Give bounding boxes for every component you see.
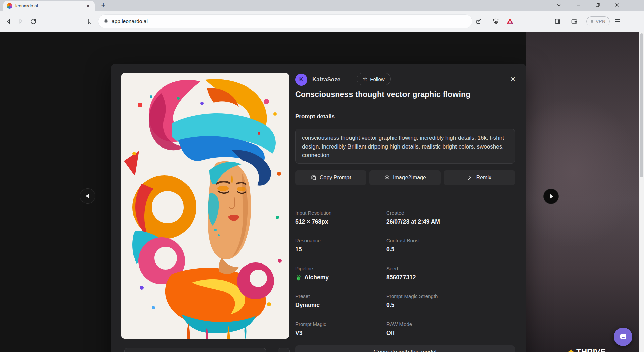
new-tab-button[interactable]: +: [99, 1, 108, 10]
copy-prompt-button[interactable]: Copy Prompt: [295, 170, 366, 185]
window-close-button[interactable]: [607, 0, 627, 10]
detail-preset: Preset Dynamic: [295, 293, 386, 309]
browser-tab-leonardo[interactable]: leonardo.ai ✕: [3, 1, 95, 11]
forward-button[interactable]: [15, 15, 27, 27]
vpn-label: VPN: [596, 19, 605, 24]
back-button[interactable]: [3, 15, 15, 27]
tab-title: leonardo.ai: [15, 3, 85, 8]
window-minimize-button[interactable]: [569, 0, 588, 10]
author-avatar[interactable]: K: [295, 74, 307, 86]
detail-label: Resonance: [295, 238, 386, 243]
action-buttons-row: Copy Prompt Image2Image Remix: [295, 170, 515, 185]
reload-button[interactable]: [27, 15, 39, 27]
vpn-status-dot: [591, 20, 593, 23]
detail-prompt-magic: Prompt Magic V3: [295, 321, 386, 337]
detail-value: 512 × 768px: [295, 218, 386, 225]
page-scrollbar[interactable]: [639, 32, 644, 352]
vpn-badge[interactable]: VPN: [586, 16, 610, 26]
detail-value: 856077312: [386, 274, 515, 281]
thumbnail-partial[interactable]: [278, 348, 290, 352]
page-content: K KaizaSoze ☆ Follow ✕ Consciousness tho…: [0, 32, 644, 352]
generated-image[interactable]: [121, 73, 289, 339]
prompt-details-heading: Prompt details: [295, 113, 335, 120]
detail-input-resolution: Input Resolution 512 × 768px: [295, 210, 386, 225]
support-chat-button[interactable]: [614, 328, 632, 346]
image-detail-modal: K KaizaSoze ☆ Follow ✕ Consciousness tho…: [111, 64, 526, 352]
address-bar[interactable]: app.leonardo.ai: [98, 14, 472, 28]
window-restore-button[interactable]: [588, 0, 607, 10]
image2image-button[interactable]: Image2Image: [369, 170, 440, 185]
divider: [295, 107, 515, 107]
copy-icon: [311, 175, 317, 181]
share-icon[interactable]: [473, 15, 485, 27]
star-icon: ☆: [363, 76, 367, 82]
detail-label: Preset: [295, 293, 386, 299]
flask-icon: [295, 274, 302, 281]
sidebar-panel-icon[interactable]: [552, 15, 564, 27]
follow-button[interactable]: ☆ Follow: [357, 73, 391, 85]
detail-value: Alchemy: [295, 274, 386, 281]
brave-rewards-triangle-icon[interactable]: [504, 15, 516, 27]
previous-image-button[interactable]: [80, 188, 95, 204]
layers-icon: [384, 175, 390, 181]
scrollbar-thumb[interactable]: [640, 33, 643, 177]
detail-value: Off: [386, 330, 515, 337]
tab-search-chevron-icon[interactable]: [549, 0, 569, 10]
remix-wand-icon: [467, 175, 473, 181]
detail-value: V3: [295, 330, 386, 337]
brave-shield-icon[interactable]: [490, 15, 502, 27]
copy-prompt-label: Copy Prompt: [320, 175, 351, 181]
detail-created: Created 26/07/23 at 2:49 AM: [386, 210, 515, 225]
detail-contrast-boost: Contrast Boost 0.5: [386, 238, 515, 253]
detail-resonance: Resonance 15: [295, 238, 386, 253]
detail-label: Created: [386, 210, 515, 216]
wallet-icon[interactable]: [568, 15, 580, 27]
chevron-left-icon: [86, 194, 89, 198]
browser-window: leonardo.ai ✕ +: [0, 0, 644, 352]
next-image-button[interactable]: [543, 189, 559, 204]
author-name[interactable]: KaizaSoze: [312, 76, 340, 83]
detail-prompt-magic-strength: Prompt Magic Strength 0.5: [386, 293, 515, 309]
sparkle-icon: ✦: [568, 347, 574, 352]
tab-close-icon[interactable]: ✕: [85, 3, 91, 9]
detail-value: 26/07/23 at 2:49 AM: [386, 218, 515, 225]
watermark-text: THRIVE: [576, 347, 606, 352]
menu-hamburger-icon[interactable]: [611, 15, 623, 27]
browser-toolbar: app.leonardo.ai VPN: [0, 11, 644, 32]
detail-value: 0.5: [386, 246, 515, 253]
detail-value: 15: [295, 246, 386, 253]
thumbnail-strip-partial[interactable]: [124, 348, 266, 352]
window-controls: [549, 0, 627, 11]
avatar-initial: K: [299, 76, 303, 83]
detail-label: Prompt Magic Strength: [386, 293, 515, 299]
url-text[interactable]: app.leonardo.ai: [112, 18, 148, 24]
detail-label: Seed: [386, 266, 515, 271]
follow-label: Follow: [370, 76, 384, 82]
generate-with-model-button[interactable]: Generate with this model: [295, 345, 515, 352]
browser-tab-strip: leonardo.ai ✕ +: [0, 0, 644, 11]
chat-icon: [619, 332, 628, 342]
prompt-text-box: consciousness thought vector graphic flo…: [295, 129, 515, 164]
detail-label: Input Resolution: [295, 210, 386, 216]
leonardo-favicon-icon: [7, 3, 12, 9]
bookmark-icon[interactable]: [84, 15, 96, 27]
detail-raw-mode: RAW Mode Off: [386, 321, 515, 337]
remix-label: Remix: [476, 175, 491, 181]
image2image-label: Image2Image: [393, 175, 426, 181]
detail-label: Prompt Magic: [295, 321, 386, 327]
remix-button[interactable]: Remix: [444, 170, 515, 185]
modal-close-icon[interactable]: ✕: [508, 74, 518, 84]
pipeline-value: Alchemy: [304, 274, 329, 281]
detail-value: 0.5: [386, 302, 515, 309]
detail-label: Pipeline: [295, 266, 386, 271]
toolbar-divider: [487, 18, 487, 25]
chevron-right-icon: [550, 194, 553, 199]
detail-value: Dynamic: [295, 302, 386, 309]
detail-seed: Seed 856077312: [386, 266, 515, 281]
generation-details-grid: Input Resolution 512 × 768px Created 26/…: [295, 210, 515, 337]
image-title: Consciousness thought vector graphic flo…: [295, 90, 517, 99]
blurred-backdrop: [526, 32, 639, 352]
detail-label: Contrast Boost: [386, 238, 515, 243]
artwork-illustration: [121, 73, 289, 339]
lock-icon[interactable]: [103, 18, 109, 25]
